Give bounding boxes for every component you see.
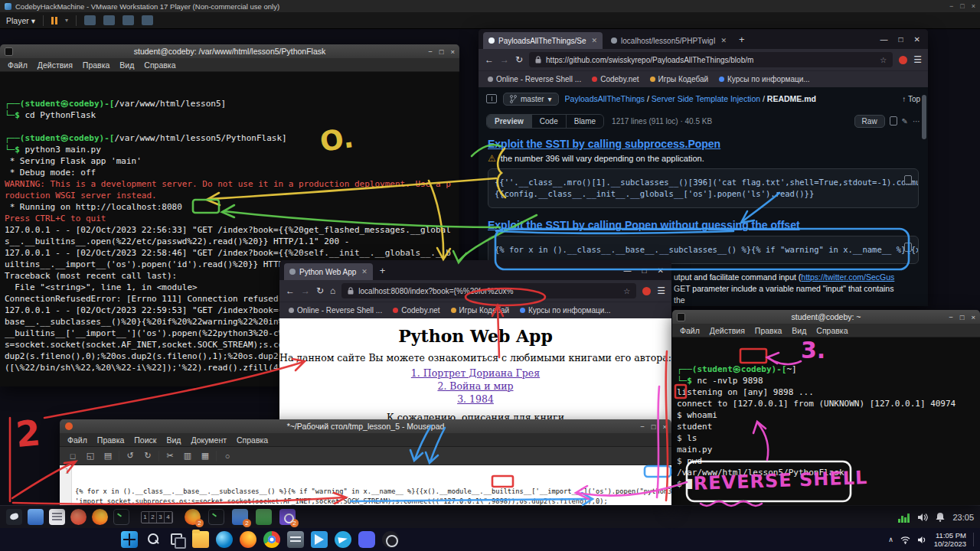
breadcrumb-repo[interactable]: PayloadsAllTheThings: [565, 94, 645, 103]
volume-icon[interactable]: [917, 513, 928, 522]
taskbar-window-icon[interactable]: [208, 509, 224, 525]
menu-item[interactable]: Поиск: [134, 435, 156, 445]
host-clock[interactable]: 11:05 PM 10/2/2023: [934, 531, 966, 548]
search-icon[interactable]: ○: [220, 449, 234, 462]
tab-close-icon[interactable]: ✕: [592, 37, 598, 44]
taskbar-launcher-icon[interactable]: [70, 509, 87, 525]
menu-item[interactable]: Справка: [144, 60, 175, 70]
new-tab-button[interactable]: +: [735, 34, 749, 45]
url-bar[interactable]: localhost:8080/index?book={%%20for%20x% …: [341, 283, 636, 298]
host-app-icon[interactable]: [311, 531, 328, 548]
back-icon[interactable]: ←: [286, 285, 295, 296]
new-file-icon[interactable]: □: [66, 449, 80, 462]
menu-item[interactable]: Действия: [710, 326, 745, 335]
cpu-graph-icon[interactable]: [898, 512, 910, 523]
taskbar-window-icon[interactable]: [256, 509, 272, 525]
back-icon[interactable]: ←: [485, 54, 494, 65]
host-app-icon[interactable]: [382, 531, 399, 548]
suspend-dropdown-icon[interactable]: ▾: [65, 17, 68, 24]
host-app-icon[interactable]: [216, 531, 233, 548]
bookmark-item[interactable]: Игры Кодебай: [650, 75, 708, 83]
menu-item[interactable]: Правка: [97, 435, 124, 445]
menu-item[interactable]: Справка: [237, 435, 268, 445]
bookmark-item[interactable]: Игры Кодебай: [451, 306, 509, 315]
taskbar-launcher-icon[interactable]: [92, 509, 108, 525]
home-icon[interactable]: ⌂: [330, 285, 335, 296]
copy-icon[interactable]: [890, 116, 897, 126]
undo-icon[interactable]: ↺: [123, 449, 137, 462]
minimize-button[interactable]: —: [880, 35, 888, 44]
bookmark-item[interactable]: Online - Reverse Shell ...: [289, 306, 382, 315]
host-app-icon[interactable]: [192, 531, 209, 548]
close-button[interactable]: ✕: [914, 35, 920, 44]
fullscreen-icon[interactable]: [122, 15, 134, 25]
bookmark-star-icon[interactable]: ☆: [623, 287, 630, 295]
redo-icon[interactable]: ↻: [141, 449, 155, 462]
host-app-icon[interactable]: [287, 531, 304, 548]
bookmark-item[interactable]: Курсы по информаци...: [719, 75, 810, 83]
save-file-icon[interactable]: ▤: [101, 449, 115, 462]
mousepad-titlebar[interactable]: *~/Рабочий стол/tmp_lesson_5 - Mousepad …: [60, 419, 671, 433]
tab-payloadsallthethings[interactable]: PayloadsAllTheThings/Se ✕: [483, 32, 603, 49]
menu-item[interactable]: Справка: [816, 326, 848, 335]
heading-subprocess-popen[interactable]: Exploit the SSTI by calling subprocess.P…: [488, 138, 919, 150]
minimize-button[interactable]: —: [624, 266, 632, 275]
copy-icon[interactable]: [904, 175, 912, 184]
cut-icon[interactable]: ✂: [163, 449, 177, 462]
book-link[interactable]: 2. Война и мир: [279, 380, 671, 393]
minimize-button[interactable]: −: [949, 313, 953, 321]
host-app-icon[interactable]: [358, 531, 375, 548]
taskbar-launcher-icon[interactable]: [6, 509, 22, 525]
paste-icon[interactable]: ▦: [198, 449, 212, 462]
vm-clock[interactable]: 23:05: [952, 513, 974, 522]
book-link[interactable]: 1. Портрет Дориана Грея: [279, 367, 671, 380]
reload-icon[interactable]: ↻: [316, 285, 324, 296]
bookmark-item[interactable]: Курсы по информаци...: [520, 306, 611, 315]
breadcrumb-folder[interactable]: Server Side Template Injection: [652, 94, 760, 103]
book-link[interactable]: 3. 1984: [279, 393, 671, 406]
close-button[interactable]: ×: [450, 47, 455, 56]
vmware-maximize-button[interactable]: □: [960, 2, 964, 10]
new-tab-button[interactable]: +: [376, 265, 390, 276]
wifi-icon[interactable]: [900, 536, 910, 544]
reload-icon[interactable]: ↻: [515, 54, 523, 65]
taskbar-launcher-icon[interactable]: [28, 509, 44, 525]
menu-icon[interactable]: ☰: [913, 54, 922, 65]
tab-blame[interactable]: Blame: [567, 115, 603, 128]
copy-icon[interactable]: [904, 243, 912, 252]
copy-icon[interactable]: ▥: [181, 449, 194, 462]
minimize-button[interactable]: −: [640, 422, 645, 431]
notification-bell-icon[interactable]: [936, 512, 945, 522]
menu-item[interactable]: Файл: [680, 326, 700, 335]
menu-item[interactable]: Документ: [191, 435, 227, 445]
taskbar-window-icon[interactable]: 2: [185, 509, 201, 525]
tab-python-web-app[interactable]: Python Web App ✕: [284, 263, 373, 280]
maximize-button[interactable]: □: [899, 35, 903, 44]
host-app-icon[interactable]: [335, 531, 351, 548]
vmware-close-button[interactable]: ×: [972, 2, 975, 10]
volume-icon[interactable]: [917, 536, 927, 544]
host-app-icon[interactable]: [145, 531, 162, 548]
bookmark-item[interactable]: Codeby.net: [592, 75, 639, 83]
branch-selector[interactable]: master ▾: [503, 93, 559, 106]
workspace-cell[interactable]: 1: [142, 512, 149, 523]
close-button[interactable]: ×: [662, 422, 667, 431]
menu-item[interactable]: Правка: [83, 60, 109, 70]
show-desktop-button[interactable]: [973, 533, 975, 546]
url-bar[interactable]: https://github.com/swisskyrepo/PayloadsA…: [529, 52, 893, 67]
forward-icon[interactable]: →: [500, 54, 509, 65]
maximize-button[interactable]: □: [960, 313, 965, 321]
taskbar-launcher-icon[interactable]: [49, 509, 65, 525]
tab-close-icon[interactable]: ✕: [361, 268, 368, 276]
heading-popen-no-offset[interactable]: Exploit the SSTI by calling Popen withou…: [488, 219, 919, 231]
maximize-button[interactable]: □: [652, 422, 656, 431]
bookmark-item[interactable]: Codeby.net: [393, 306, 439, 315]
tab-localhost-phptwig[interactable]: localhost/lesson5/PHPTwigI ✕: [606, 32, 732, 49]
bookmark-item[interactable]: Online - Reverse Shell ...: [488, 75, 581, 83]
workspace-pager[interactable]: 1234: [141, 511, 173, 523]
extension-icon[interactable]: [642, 287, 651, 295]
menu-item[interactable]: Вид: [119, 60, 134, 70]
workspace-cell[interactable]: 2: [149, 512, 157, 523]
menu-item[interactable]: Файл: [67, 435, 87, 445]
mousepad-editor[interactable]: 1 {% for x in ().__class__.__base__.__su…: [60, 465, 671, 505]
